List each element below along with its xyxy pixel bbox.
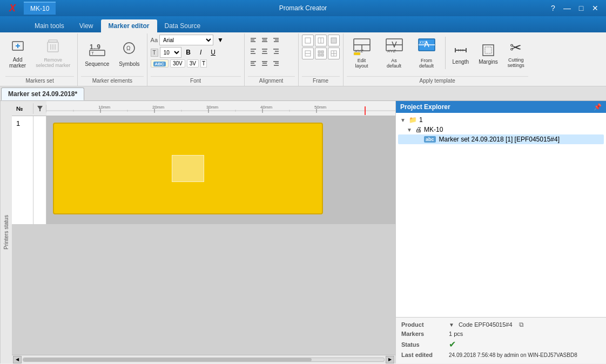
align-left-mid-btn[interactable]	[248, 46, 259, 57]
scrollbar-thumb	[23, 358, 312, 361]
scissors-icon: ✂	[510, 39, 522, 56]
col-num-header: №	[12, 103, 33, 114]
from-default-button[interactable]: XYZ From default	[412, 35, 442, 71]
copy-icon[interactable]: ⧉	[519, 321, 524, 328]
last-edited-label: Last edited	[401, 352, 445, 358]
length-button[interactable]: Length	[449, 35, 473, 72]
remove-selected-marker-button[interactable]: Remove selected marker	[32, 35, 74, 72]
tab-mk10[interactable]: MK-10	[24, 2, 56, 15]
from-default-label: From default	[419, 58, 434, 69]
ribbon-group-markers-set: Add marker Remove selected marker Marker…	[2, 33, 78, 86]
svg-text:T: T	[91, 51, 94, 56]
italic-button[interactable]: I	[196, 47, 206, 58]
underline-button[interactable]: U	[208, 47, 219, 58]
tree-node-mk10[interactable]: ▼ 🖨 MK-10	[398, 125, 604, 134]
scrollbar-track[interactable]	[23, 358, 385, 362]
font-t-label: T	[151, 49, 158, 57]
align-left-bot-btn[interactable]	[248, 58, 259, 69]
add-marker-button[interactable]: Add marker	[5, 35, 30, 72]
frame-btn-2[interactable]	[315, 35, 327, 46]
scroll-right-btn[interactable]: ▶	[386, 356, 394, 363]
align-right-top-btn[interactable]	[271, 35, 281, 45]
font-size-select[interactable]: 10	[160, 47, 181, 58]
tree-node-markerset[interactable]: ▶ abc Marker set 24.09.2018 [1] [EPF0450…	[398, 134, 604, 144]
pe-title: Project Explorer	[400, 103, 450, 111]
align-right-mid-btn[interactable]	[271, 46, 281, 57]
tree-node-mk10-label: MK-10	[424, 126, 443, 133]
sequence-icon: 1..9 T	[89, 41, 106, 60]
product-code: Code EPF045015#4	[459, 321, 513, 328]
help-button[interactable]: ?	[547, 2, 560, 15]
svg-rect-40	[305, 38, 311, 43]
align-center-mid-btn[interactable]	[259, 46, 270, 57]
symbols-button[interactable]: Ω Symbols	[115, 35, 143, 72]
pe-tree: ▼ 📁 1 ▼ 🖨 MK-10 ▶ abc Marker set 24.09.2…	[396, 113, 606, 317]
edit-layout-label: Edit layout	[355, 58, 368, 69]
font-color-btn2[interactable]: 3V	[187, 59, 199, 68]
font-expand-btn[interactable]: ▼	[215, 35, 226, 45]
frame-btn-6[interactable]	[328, 48, 340, 59]
markers-set-content: Add marker Remove selected marker	[5, 35, 74, 75]
svg-text:30mm: 30mm	[206, 105, 219, 110]
row-filter-cell	[33, 116, 46, 224]
tab-marker-editor[interactable]: Marker editor	[101, 19, 157, 32]
add-marker-label: Add marker	[9, 57, 26, 69]
doc-tab-1[interactable]: Marker set 24.09.2018*	[1, 87, 84, 100]
align-right-bot-btn[interactable]	[271, 58, 281, 69]
cutting-settings-label: Cutting settings	[508, 57, 524, 68]
maximize-button[interactable]: □	[575, 2, 588, 15]
document-tabs: Marker set 24.09.2018*	[0, 86, 606, 101]
pe-header: Project Explorer 📌	[396, 101, 606, 113]
frame-btn-1[interactable]	[302, 35, 314, 46]
product-dropdown[interactable]: ▼	[449, 322, 454, 328]
svg-text:20mm: 20mm	[152, 105, 165, 110]
tree-expand-mk10[interactable]: ▼	[407, 127, 413, 133]
font-name-select[interactable]: Arial	[159, 35, 213, 45]
bold-button[interactable]: B	[183, 47, 194, 58]
h-scrollbar[interactable]: ◀ ▶	[12, 355, 395, 363]
edit-layout-button[interactable]: XYZ Edit layout	[347, 35, 377, 71]
minimize-button[interactable]: —	[561, 2, 574, 15]
scroll-left-btn[interactable]: ◀	[13, 356, 22, 363]
marker-preview[interactable]	[53, 123, 323, 214]
logo-icon: X	[9, 3, 16, 14]
abc-button[interactable]: ABC	[151, 59, 169, 68]
tab-main-tools[interactable]: Main tools	[27, 19, 72, 32]
divider-1	[445, 37, 446, 69]
ribbon: Add marker Remove selected marker Marker…	[0, 32, 606, 86]
filter-icon[interactable]	[33, 105, 46, 112]
ribbon-group-marker-elements: 1..9 T Sequence Ω Symbols Marker element…	[78, 33, 147, 86]
tree-node-1[interactable]: ▼ 📁 1	[398, 115, 604, 125]
title-bar-controls: ? — □ ✕	[402, 2, 602, 15]
status-icon: ✔	[449, 339, 456, 349]
ribbon-group-font: Aa Arial ▼ T 10 B I U ABC 30V 3V T	[147, 33, 245, 86]
font-color-btn1[interactable]: 30V	[170, 59, 185, 68]
svg-text:XYZ: XYZ	[387, 49, 396, 53]
frame-btn-5[interactable]	[315, 48, 327, 59]
frame-btn-3[interactable]	[328, 35, 340, 46]
frame-btn-4[interactable]	[302, 48, 314, 59]
margins-button[interactable]: Margins	[475, 35, 502, 72]
sequence-button[interactable]: 1..9 T Sequence	[81, 35, 113, 72]
align-center-bot-btn[interactable]	[259, 58, 270, 69]
prop-row-status: Status ✔	[401, 339, 601, 349]
table-body[interactable]: 1	[12, 116, 395, 355]
align-left-top-btn[interactable]	[248, 35, 259, 45]
align-center-top-btn[interactable]	[259, 35, 270, 45]
pe-pin-icon[interactable]: 📌	[594, 103, 602, 111]
as-default-button[interactable]: XYZ As default	[379, 35, 409, 71]
length-label: Length	[453, 59, 469, 65]
bold-icon: B	[186, 49, 191, 56]
marker-content-cell[interactable]	[46, 116, 395, 224]
cutting-settings-button[interactable]: ✂ Cutting settings	[504, 35, 528, 72]
tab-view[interactable]: View	[72, 19, 101, 32]
close-button[interactable]: ✕	[589, 2, 602, 15]
font-extra-label[interactable]: T	[200, 59, 207, 68]
abc-tag: ABC	[153, 62, 166, 66]
svg-marker-72	[37, 106, 43, 111]
tree-expand-1[interactable]: ▼	[400, 117, 407, 123]
marker-inner-element[interactable]	[172, 155, 204, 182]
ribbon-group-apply-template: XYZ Edit layout XYZ As default	[344, 33, 531, 86]
frame-label: Frame	[302, 76, 340, 85]
tab-data-source[interactable]: Data Source	[157, 19, 208, 32]
